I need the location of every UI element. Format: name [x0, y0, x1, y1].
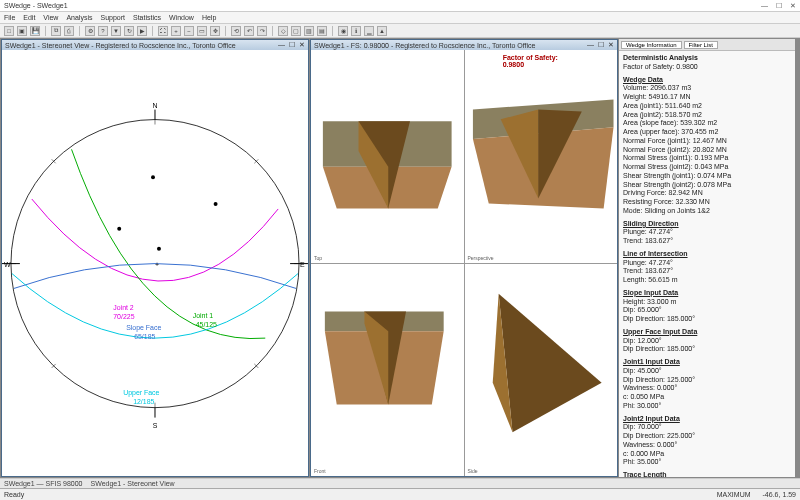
open-icon[interactable]: ▣ [17, 26, 27, 36]
info-row: Shear Strength (joint1): 0.074 MPa [623, 172, 791, 181]
doc-tab[interactable]: SWedge1 — SFIS 98000 [4, 480, 82, 487]
info-row: Driving Force: 82.942 MN [623, 189, 791, 198]
mdi-max-icon[interactable]: ☐ [598, 41, 604, 49]
chart-icon[interactable]: ▁ [364, 26, 374, 36]
info-row: Mode: Sliding on Joints 1&2 [623, 207, 791, 216]
info-body[interactable]: Deterministic Analysis Factor of Safety:… [619, 51, 795, 477]
section-wedge-data: Wedge Data [623, 76, 791, 85]
view-perspective[interactable]: Factor of Safety: 0.9800 Perspective [465, 50, 618, 263]
stereonet-icon[interactable]: ◉ [338, 26, 348, 36]
undo-icon[interactable]: ↶ [244, 26, 254, 36]
minimize-icon[interactable]: — [761, 2, 768, 10]
doc-tab[interactable]: SWedge1 - Stereonet View [90, 480, 174, 487]
menu-file[interactable]: File [4, 14, 15, 21]
section-upper-input: Upper Face Input Data [623, 328, 791, 337]
window-controls: — ☐ ✕ [761, 2, 796, 10]
info-row: Normal Force (joint1): 12.467 MN [623, 137, 791, 146]
zoom-out-icon[interactable]: − [184, 26, 194, 36]
stereonet-canvas[interactable]: N S E W + Joint 2 70/225 Slope Face 65/1… [2, 50, 308, 476]
views-titlebar[interactable]: SWedge1 - FS: 0.98000 - Registered to Ro… [311, 40, 617, 50]
svg-text:+: + [155, 261, 159, 268]
separator [332, 26, 333, 36]
info-row: Normal Force (joint2): 20.802 MN [623, 146, 791, 155]
menu-window[interactable]: Window [169, 14, 194, 21]
view-label: Front [314, 468, 326, 474]
compass-w: W [4, 261, 11, 268]
menu-help[interactable]: Help [202, 14, 216, 21]
new-icon[interactable]: □ [4, 26, 14, 36]
workspace: SWedge1 - Stereonet View - Registered to… [0, 38, 800, 478]
section-trace: Trace Length [623, 471, 791, 477]
wedge-side-svg [465, 264, 617, 472]
svg-text:Joint 2: Joint 2 [113, 304, 134, 311]
status-coord: -46.6, 1.59 [763, 491, 796, 498]
separator [272, 26, 273, 36]
mdi-min-icon[interactable]: — [278, 41, 285, 49]
svg-text:Slope Face: Slope Face [126, 324, 161, 332]
menu-support[interactable]: Support [100, 14, 125, 21]
svg-text:65/185: 65/185 [134, 333, 155, 340]
info-row: Normal Stress (joint2): 0.043 MPa [623, 163, 791, 172]
mdi-min-icon[interactable]: — [587, 41, 594, 49]
mdi-controls: — ☐ ✕ [587, 41, 614, 49]
mdi-close-icon[interactable]: ✕ [608, 41, 614, 49]
menu-view[interactable]: View [43, 14, 58, 21]
view-top-icon[interactable]: ▢ [291, 26, 301, 36]
view-side[interactable]: Side [465, 264, 618, 477]
view-side-icon[interactable]: ▤ [317, 26, 327, 36]
filter-icon[interactable]: ▼ [111, 26, 121, 36]
zoom-in-icon[interactable]: + [171, 26, 181, 36]
section-sliding: Sliding Direction [623, 220, 791, 229]
view-front[interactable]: Front [311, 264, 464, 477]
menu-edit[interactable]: Edit [23, 14, 35, 21]
zoom-window-icon[interactable]: ▭ [197, 26, 207, 36]
save-icon[interactable]: 💾 [30, 26, 40, 36]
info-row: Dip: 65.000° [623, 306, 791, 315]
menu-statistics[interactable]: Statistics [133, 14, 161, 21]
info-icon[interactable]: ℹ [351, 26, 361, 36]
tab-filter-list[interactable]: Filter List [684, 41, 718, 49]
section-joint2: Joint2 Input Data [623, 415, 791, 424]
info-row: c: 0.050 MPa [623, 393, 791, 402]
info-row: Height: 33.000 m [623, 298, 791, 307]
pan-icon[interactable]: ✥ [210, 26, 220, 36]
refresh-icon[interactable]: ↻ [124, 26, 134, 36]
redo-icon[interactable]: ↷ [257, 26, 267, 36]
print-icon[interactable]: ⎙ [64, 26, 74, 36]
svg-point-16 [151, 175, 155, 179]
info-row: Phi: 30.000° [623, 402, 791, 411]
info-row: Area (slope face): 539.302 m2 [623, 119, 791, 128]
info-row: Area (upper face): 370.455 m2 [623, 128, 791, 137]
menu-analysis[interactable]: Analysis [66, 14, 92, 21]
info-row: Length: 56.615 m [623, 276, 791, 285]
info-row: Waviness: 0.000° [623, 441, 791, 450]
info-row: Resisting Force: 32.330 MN [623, 198, 791, 207]
compass-n: N [152, 102, 157, 109]
maximize-icon[interactable]: ☐ [776, 2, 782, 10]
compute-icon[interactable]: ▶ [137, 26, 147, 36]
svg-marker-38 [498, 293, 601, 432]
info-row: Area (joint1): 511.640 m2 [623, 102, 791, 111]
compass-s: S [153, 422, 158, 429]
rotate-icon[interactable]: ⟲ [231, 26, 241, 36]
info-row: Normal Stress (joint1): 0.193 MPa [623, 154, 791, 163]
stereonet-titlebar[interactable]: SWedge1 - Stereonet View - Registered to… [2, 40, 308, 50]
view-front-icon[interactable]: ▥ [304, 26, 314, 36]
mdi-close-icon[interactable]: ✕ [299, 41, 305, 49]
mdi-max-icon[interactable]: ☐ [289, 41, 295, 49]
question-icon[interactable]: ? [98, 26, 108, 36]
zoom-extents-icon[interactable]: ⛶ [158, 26, 168, 36]
3d-icon[interactable]: ▲ [377, 26, 387, 36]
view3d-icon[interactable]: ◇ [278, 26, 288, 36]
view-top[interactable]: Top [311, 50, 464, 263]
tab-wedge-info[interactable]: Wedge Information [621, 41, 682, 49]
compass-e: E [300, 261, 305, 268]
svg-text:Upper Face: Upper Face [123, 389, 159, 397]
app-title: SWedge - SWedge1 [4, 2, 68, 9]
svg-text:12/185: 12/185 [133, 398, 154, 405]
close-icon[interactable]: ✕ [790, 2, 796, 10]
copy-icon[interactable]: ⧉ [51, 26, 61, 36]
input-icon[interactable]: ⚙ [85, 26, 95, 36]
info-row: Area (joint2): 518.570 m2 [623, 111, 791, 120]
section-intersection: Line of Intersection [623, 250, 791, 259]
